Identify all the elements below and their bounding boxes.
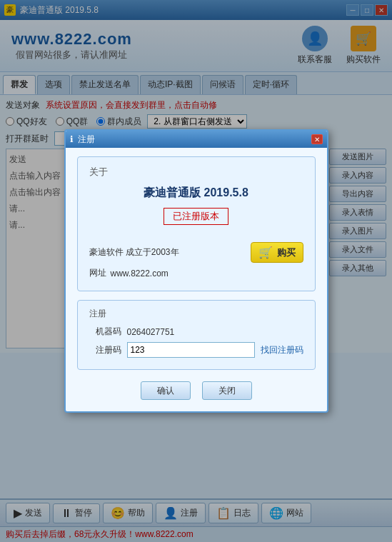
modal-footer: 确认 关闭 [77, 378, 316, 403]
modal-close-button[interactable]: ✕ [311, 134, 323, 144]
about-section-title: 关于 [89, 166, 303, 179]
website-row: 网址 www.8222.com [89, 267, 303, 279]
registered-badge: 已注册版本 [164, 208, 228, 225]
machine-code-row: 机器码 0264027751 [89, 326, 303, 338]
modal-title-bar: ℹ 注册 ✕ [66, 131, 327, 148]
machine-code-label: 机器码 [89, 326, 121, 338]
badge-wrapper: 已注册版本 [89, 208, 303, 234]
website-key: 网址 [89, 267, 106, 279]
about-section: 关于 豪迪普通版 2019.5.8 已注册版本 豪迪软件 成立于2003年 🛒 … [77, 156, 316, 291]
buy-action-button[interactable]: 🛒 购买 [251, 242, 303, 263]
company-row: 豪迪软件 成立于2003年 🛒 购买 [89, 242, 303, 263]
modal-content: 关于 豪迪普通版 2019.5.8 已注册版本 豪迪软件 成立于2003年 🛒 … [66, 148, 327, 411]
modal-overlay: ℹ 注册 ✕ 关于 豪迪普通版 2019.5.8 已注册版本 豪迪软件 成立于2… [0, 0, 392, 542]
machine-code-value: 0264027751 [127, 327, 303, 337]
register-modal: ℹ 注册 ✕ 关于 豪迪普通版 2019.5.8 已注册版本 豪迪软件 成立于2… [64, 129, 328, 413]
reg-section: 注册 机器码 0264027751 注册码 找回注册码 [77, 300, 316, 370]
find-code-link[interactable]: 找回注册码 [261, 344, 303, 356]
buy-action-label: 购买 [277, 246, 296, 259]
confirm-button[interactable]: 确认 [141, 381, 191, 400]
reg-section-title: 注册 [89, 308, 303, 320]
reg-code-label: 注册码 [89, 344, 121, 356]
modal-title-icon: ℹ [70, 134, 74, 144]
modal-title-text: 注册 [78, 134, 95, 146]
reg-code-row: 注册码 找回注册码 [89, 342, 303, 358]
website-val: www.8222.com [111, 269, 169, 278]
buy-cart-icon: 🛒 [258, 246, 273, 259]
modal-title-left: ℹ 注册 [70, 134, 95, 146]
close-modal-button[interactable]: 关闭 [202, 381, 252, 400]
company-label: 豪迪软件 成立于2003年 [89, 246, 179, 259]
product-name: 豪迪普通版 2019.5.8 [89, 186, 303, 201]
reg-code-input[interactable] [127, 342, 255, 358]
